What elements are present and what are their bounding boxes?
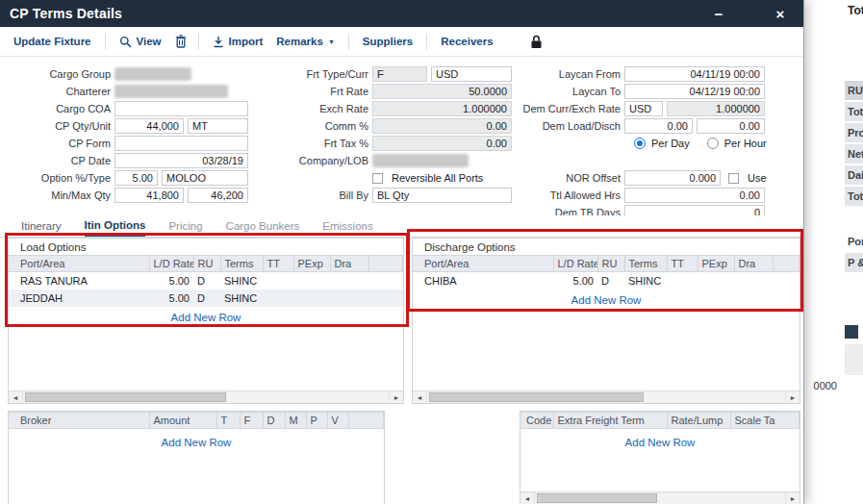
- scroll-left-arrow[interactable]: ◄: [413, 391, 427, 403]
- per-day-radio[interactable]: [634, 138, 646, 149]
- scroll-track[interactable]: [427, 391, 785, 403]
- add-new-row-link[interactable]: Add New Row: [9, 437, 384, 448]
- cell-ld-rate[interactable]: 5.00: [149, 272, 193, 290]
- remarks-button[interactable]: Remarks ▼: [276, 36, 335, 47]
- cell-tt[interactable]: [263, 272, 293, 290]
- max-qty-field[interactable]: 46,200: [188, 188, 248, 203]
- scroll-right-arrow[interactable]: ►: [785, 391, 800, 403]
- column-header-filler: [348, 413, 384, 429]
- table-row: CHIBA 5.00 D SHINC: [413, 272, 800, 290]
- load-options-table: Port/Area L/D Rate RU Terms TT PExp Dra …: [9, 255, 403, 307]
- cell-pexp[interactable]: [293, 272, 330, 290]
- cell-empty[interactable]: [773, 272, 800, 290]
- scroll-thumb[interactable]: [429, 392, 644, 402]
- tab-pricing[interactable]: Pricing: [168, 215, 202, 237]
- window-title: CP Terms Details: [10, 6, 122, 21]
- cell-terms[interactable]: SHINC: [624, 272, 667, 290]
- tab-emissions[interactable]: Emissions: [322, 215, 372, 237]
- import-button[interactable]: Import: [213, 36, 264, 48]
- min-qty-field[interactable]: 41,800: [114, 188, 184, 203]
- charterer-field[interactable]: [114, 85, 228, 98]
- cell-ru[interactable]: D: [193, 272, 220, 290]
- horizontal-scrollbar[interactable]: ◄ ►: [413, 391, 800, 403]
- per-hour-label: Per Hour: [724, 138, 767, 149]
- cell-empty[interactable]: [368, 272, 403, 290]
- scroll-track[interactable]: [535, 492, 785, 504]
- scroll-left-arrow[interactable]: ◄: [520, 492, 535, 504]
- company-lob-field[interactable]: [372, 154, 469, 167]
- cp-form-field[interactable]: [114, 136, 248, 151]
- ttl-allowed-hrs-field[interactable]: 0.00: [624, 188, 765, 203]
- scroll-right-arrow[interactable]: ►: [389, 391, 403, 403]
- cp-unit-field[interactable]: MT: [188, 118, 248, 134]
- laycan-to-field[interactable]: 04/12/19 00:00: [624, 84, 765, 99]
- cell-tt[interactable]: [667, 272, 698, 290]
- dem-disch-field[interactable]: 0.00: [697, 118, 765, 134]
- view-label: View: [137, 36, 162, 47]
- extra-freight-table: Code Extra Freight Term Rate/Lump Scale …: [520, 412, 800, 429]
- cell-ld-rate[interactable]: 5.00: [149, 290, 193, 307]
- comm-pct-field[interactable]: 0.00: [372, 118, 512, 134]
- cell-port[interactable]: CHIBA: [413, 272, 553, 290]
- scroll-thumb[interactable]: [537, 493, 657, 503]
- cell-empty[interactable]: [368, 290, 403, 307]
- view-button[interactable]: View: [119, 36, 162, 48]
- exch-rate-field[interactable]: 1.000000: [372, 101, 512, 116]
- tab-itin-options[interactable]: Itin Options: [85, 215, 146, 237]
- cp-qty-field[interactable]: 44,000: [114, 118, 184, 134]
- option-pct-field[interactable]: 5.00: [114, 170, 158, 186]
- horizontal-scrollbar[interactable]: ◄ ►: [9, 391, 403, 403]
- cell-terms[interactable]: SHINC: [220, 290, 263, 307]
- cell-tt[interactable]: [263, 290, 293, 307]
- column-header-d: D: [263, 413, 285, 429]
- reversible-all-ports-checkbox[interactable]: [372, 173, 383, 184]
- lock-button[interactable]: [530, 35, 543, 49]
- cell-port[interactable]: RAS TANURA: [9, 272, 149, 290]
- cell-pexp[interactable]: [293, 290, 330, 307]
- scroll-track[interactable]: [23, 391, 389, 403]
- suppliers-button[interactable]: Suppliers: [363, 36, 413, 47]
- add-new-row-link[interactable]: Add New Row: [520, 437, 800, 448]
- per-hour-radio[interactable]: [707, 138, 719, 149]
- remarks-label: Remarks: [276, 36, 323, 47]
- cell-ru[interactable]: D: [193, 290, 220, 307]
- frt-rate-field[interactable]: 50.0000: [372, 84, 512, 99]
- add-new-row-link[interactable]: Add New Row: [9, 312, 403, 323]
- header-row: Code Extra Freight Term Rate/Lump Scale …: [520, 413, 800, 429]
- frt-type-field[interactable]: F: [372, 66, 427, 82]
- cell-dra[interactable]: [734, 272, 773, 290]
- add-new-row-link[interactable]: Add New Row: [413, 294, 800, 306]
- receivers-button[interactable]: Receivers: [441, 36, 493, 47]
- tab-itinerary[interactable]: Itinerary: [21, 215, 62, 237]
- horizontal-scrollbar[interactable]: ◄ ►: [520, 491, 800, 504]
- dem-load-field[interactable]: 0.00: [624, 118, 693, 134]
- tab-cargo-bunkers[interactable]: Cargo Bunkers: [226, 215, 300, 237]
- scroll-left-arrow[interactable]: ◄: [9, 391, 23, 403]
- close-button[interactable]: ×: [771, 7, 790, 21]
- cell-ld-rate[interactable]: 5.00: [553, 272, 597, 290]
- cargo-group-field[interactable]: [114, 67, 191, 81]
- dem-curr-field[interactable]: USD: [624, 101, 663, 116]
- delete-button[interactable]: [175, 35, 187, 48]
- nor-use-checkbox[interactable]: [728, 173, 739, 184]
- cargo-coa-field[interactable]: [114, 101, 248, 116]
- minimize-button[interactable]: −: [709, 7, 728, 21]
- scroll-thumb[interactable]: [25, 392, 226, 402]
- cell-dra[interactable]: [330, 272, 368, 290]
- cell-port[interactable]: JEDDAH: [9, 290, 149, 307]
- cell-pexp[interactable]: [698, 272, 734, 290]
- scroll-right-arrow[interactable]: ►: [785, 492, 800, 504]
- cell-ru[interactable]: D: [597, 272, 624, 290]
- dem-exch-rate-field[interactable]: 1.000000: [667, 101, 765, 116]
- cp-date-field[interactable]: 03/28/19: [114, 153, 248, 168]
- cell-terms[interactable]: SHINC: [220, 272, 263, 290]
- update-fixture-button[interactable]: Update Fixture: [13, 36, 91, 47]
- option-type-field[interactable]: MOLOO: [162, 170, 248, 186]
- nor-offset-field[interactable]: 0.000: [624, 170, 721, 186]
- laycan-from-field[interactable]: 04/11/19 00:00: [624, 66, 765, 82]
- bill-by-field[interactable]: BL Qty: [372, 188, 512, 203]
- frt-curr-field[interactable]: USD: [431, 66, 512, 82]
- frt-tax-field[interactable]: 0.00: [372, 136, 512, 151]
- cell-dra[interactable]: [330, 290, 368, 307]
- table-row: JEDDAH 5.00 D SHINC: [9, 290, 403, 307]
